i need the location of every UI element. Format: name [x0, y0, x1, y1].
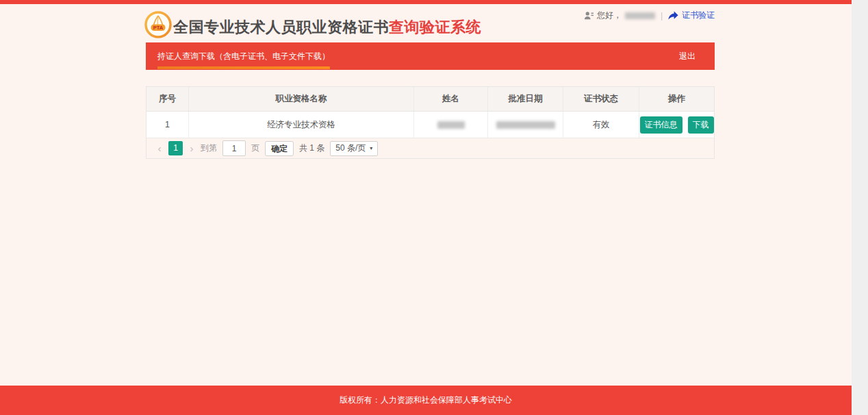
nav-bar: 持证人查询下载（含电子证书、电子文件下载） 退出 [146, 42, 715, 70]
active-tab-indicator [157, 66, 330, 69]
goto-label: 到第 [201, 142, 217, 154]
copyright-text: 版权所有：人力资源和社会保障部人事考试中心 [340, 394, 512, 406]
col-header-actions: 操作 [639, 87, 714, 111]
cell-status: 有效 [563, 112, 639, 138]
cell-qualification: 经济专业技术资格 [189, 112, 414, 138]
table-header-row: 序号 职业资格名称 姓名 批准日期 证书状态 操作 [146, 87, 714, 112]
cell-actions: 证书信息 下载 [639, 112, 714, 138]
page-1-button[interactable]: 1 [168, 141, 183, 155]
page-title-main: 全国专业技术人员职业资格证书 [173, 18, 389, 36]
pta-logo: PTA [144, 11, 172, 38]
greeting-label: 您好， [597, 10, 622, 21]
separator: | [661, 11, 663, 21]
page-title-accent: 查询验证系统 [389, 18, 481, 36]
pta-logo-icon: PTA [144, 11, 172, 38]
certificate-verify-link[interactable]: 证书验证 [682, 10, 715, 21]
page-size-value: 50 条/页 [335, 142, 366, 154]
total-count: 共 1 条 [299, 142, 324, 154]
cell-approval-date [488, 112, 563, 138]
redacted-username [625, 12, 655, 19]
cell-name [414, 112, 488, 138]
col-header-status: 证书状态 [563, 87, 639, 111]
goto-page-input[interactable] [222, 140, 246, 156]
cell-index: 1 [146, 112, 189, 138]
download-button[interactable]: 下载 [688, 116, 714, 134]
col-header-index: 序号 [146, 87, 189, 111]
footer-bar: 版权所有：人力资源和社会保障部人事考试中心 [0, 386, 852, 415]
user-icon [584, 11, 593, 21]
logout-button[interactable]: 退出 [679, 42, 695, 70]
table-row: 1 经济专业技术资格 有效 证书信息 下载 [146, 112, 714, 138]
page-title: 全国专业技术人员职业资格证书查询验证系统 [173, 17, 481, 38]
col-header-approval-date: 批准日期 [488, 87, 563, 111]
user-greeting: 您好， | 证书验证 [584, 10, 715, 21]
redacted-approval-date [496, 121, 555, 129]
confirm-button[interactable]: 确定 [265, 141, 294, 156]
tab-label: 持证人查询下载（含电子证书、电子文件下载） [157, 51, 330, 61]
prev-page-button[interactable]: ‹ [156, 141, 163, 155]
tab-holder-query-download[interactable]: 持证人查询下载（含电子证书、电子文件下载） [157, 42, 330, 70]
redacted-holder-name [437, 121, 465, 129]
share-arrow-icon [668, 11, 678, 20]
page-size-select[interactable]: 50 条/页 ▾ [330, 141, 378, 156]
scrollbar-track [852, 0, 868, 415]
next-page-button[interactable]: › [188, 141, 195, 155]
site-header: PTA 全国专业技术人员职业资格证书查询验证系统 您好， | 证书验证 [146, 0, 715, 42]
page-content: PTA 全国专业技术人员职业资格证书查询验证系统 您好， | 证书验证 [146, 0, 715, 42]
col-header-qualification: 职业资格名称 [189, 87, 414, 111]
col-header-name: 姓名 [414, 87, 488, 111]
chevron-down-icon: ▾ [370, 145, 372, 151]
results-panel: 序号 职业资格名称 姓名 批准日期 证书状态 操作 1 经济专业技术资格 有效 … [146, 86, 715, 159]
pagination: ‹ 1 › 到第 页 确定 共 1 条 50 条/页 ▾ [146, 138, 714, 158]
page-label: 页 [251, 142, 259, 154]
screen: PTA 全国专业技术人员职业资格证书查询验证系统 您好， | 证书验证 [0, 0, 868, 415]
svg-text:PTA: PTA [153, 25, 164, 31]
certificate-info-button[interactable]: 证书信息 [640, 116, 682, 134]
